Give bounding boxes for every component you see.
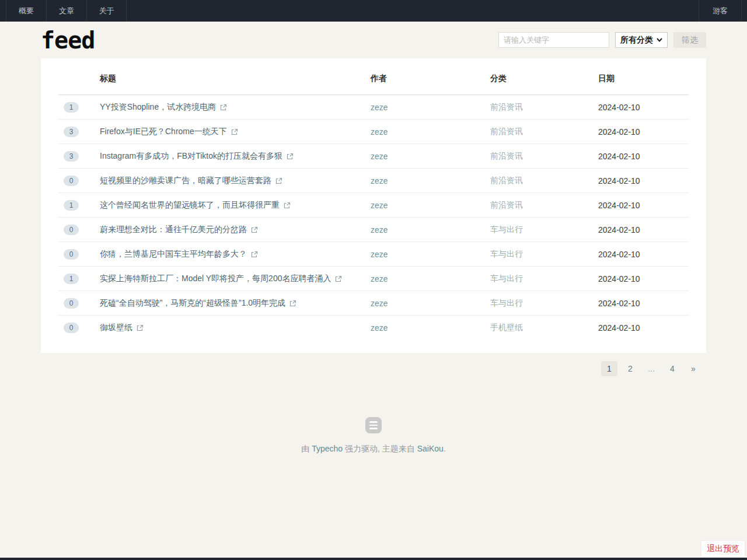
post-category-link[interactable]: 前沿资讯: [490, 127, 598, 137]
post-title-text: YY投资Shopline，试水跨境电商: [100, 102, 216, 113]
post-category-link[interactable]: 车与出行: [490, 249, 598, 260]
comment-count-cell: 0: [58, 323, 100, 333]
comment-count-badge: 1: [64, 102, 79, 113]
comment-count-badge: 1: [64, 200, 79, 211]
comment-count-badge: 0: [64, 249, 79, 260]
post-author: zeze: [371, 201, 490, 210]
nav-item-about[interactable]: 关于: [86, 0, 127, 22]
title-cell: 你猜，兰博基尼中国车主平均年龄多大？: [100, 249, 371, 260]
pagination: 1 2 ... 4 »: [41, 361, 701, 376]
nav-spacer: [127, 0, 699, 22]
pagination-item[interactable]: 4: [664, 361, 680, 376]
external-link-icon: [251, 226, 258, 233]
table-row: 1 这个曾经闻名世界的望远镜坏了，而且坏得很严重 zeze 前沿资讯 2024-…: [58, 193, 689, 218]
external-link-icon: [275, 177, 282, 184]
post-title-link[interactable]: 实探上海特斯拉工厂：Model Y即将投产，每周200名应聘者涌入: [100, 274, 342, 284]
exit-preview-button[interactable]: 退出预览: [701, 540, 745, 558]
typecho-link[interactable]: Typecho: [312, 444, 343, 453]
post-title-text: 实探上海特斯拉工厂：Model Y即将投产，每周200名应聘者涌入: [100, 274, 331, 284]
category-select[interactable]: 所有分类: [615, 32, 668, 48]
nav-item-articles[interactable]: 文章: [46, 0, 86, 22]
post-date: 2024-02-10: [598, 274, 689, 284]
filter-button[interactable]: 筛选: [673, 32, 706, 48]
table-row: 0 蔚来理想全对比：通往千亿美元的分岔路 zeze 车与出行 2024-02-1…: [58, 218, 689, 242]
post-category-link[interactable]: 手机壁纸: [490, 323, 598, 333]
post-author: zeze: [371, 323, 490, 332]
post-title-link[interactable]: 御坂壁纸: [100, 323, 144, 333]
post-title-text: Firefox与IE已死？Chrome一统天下: [100, 127, 227, 137]
saikou-link[interactable]: SaiKou: [417, 444, 444, 453]
pagination-item[interactable]: »: [685, 361, 701, 376]
post-author: zeze: [371, 176, 490, 186]
search-input[interactable]: [498, 32, 609, 48]
post-category-link[interactable]: 车与出行: [490, 298, 598, 309]
footer-credits: 由 Typecho 强力驱动, 主题来自 SaiKou.: [301, 444, 445, 454]
table-row: 3 Instagram有多成功，FB对Tiktok的打压就会有多狠 zeze 前…: [58, 144, 689, 169]
typecho-logo-icon: [365, 417, 382, 433]
post-title-link[interactable]: Firefox与IE已死？Chrome一统天下: [100, 127, 238, 137]
category-select-value: 所有分类: [620, 35, 653, 46]
post-author: zeze: [371, 274, 490, 284]
title-cell: 御坂壁纸: [100, 323, 371, 333]
footer-period: .: [444, 444, 446, 453]
bottom-dark-strip: [0, 558, 747, 560]
external-link-icon: [284, 202, 291, 209]
column-header-author: 作者: [371, 74, 490, 84]
post-title-link[interactable]: 你猜，兰博基尼中国车主平均年龄多大？: [100, 249, 258, 260]
post-category-link[interactable]: 车与出行: [490, 274, 598, 284]
powered-prefix: 由: [301, 444, 312, 453]
table-body: 1 YY投资Shopline，试水跨境电商 zeze 前沿资讯 2024-02-…: [58, 95, 689, 340]
external-link-icon: [287, 153, 294, 160]
post-title-text: 短视频里的沙雕卖课广告，暗藏了哪些运营套路: [100, 176, 271, 186]
post-author: zeze: [371, 299, 490, 308]
post-title-link[interactable]: 蔚来理想全对比：通往千亿美元的分岔路: [100, 225, 258, 235]
post-category-link[interactable]: 前沿资讯: [490, 176, 598, 186]
comment-count-cell: 1: [58, 274, 100, 284]
comment-count-badge: 0: [64, 298, 79, 309]
table-row: 0 短视频里的沙雕卖课广告，暗藏了哪些运营套路 zeze 前沿资讯 2024-0…: [58, 169, 689, 193]
column-header-title: 标题: [100, 74, 371, 84]
external-link-icon: [289, 300, 296, 307]
post-date: 2024-02-10: [598, 299, 689, 308]
post-category-link[interactable]: 前沿资讯: [490, 151, 598, 162]
comment-count-cell: 1: [58, 200, 100, 211]
post-title-link[interactable]: 这个曾经闻名世界的望远镜坏了，而且坏得很严重: [100, 200, 291, 211]
post-title-text: 你猜，兰博基尼中国车主平均年龄多大？: [100, 249, 247, 260]
nav-user-guest[interactable]: 游客: [699, 0, 742, 22]
nav-item-overview[interactable]: 概要: [6, 0, 46, 22]
external-link-icon: [137, 324, 144, 331]
comment-count-badge: 1: [64, 274, 79, 284]
pagination-item[interactable]: 2: [622, 361, 638, 376]
comment-count-badge: 0: [64, 176, 79, 186]
post-date: 2024-02-10: [598, 250, 689, 259]
pagination-item[interactable]: 1: [601, 361, 617, 376]
post-title-link[interactable]: Instagram有多成功，FB对Tiktok的打压就会有多狠: [100, 151, 294, 162]
comment-count-cell: 1: [58, 102, 100, 113]
external-link-icon: [335, 275, 342, 282]
post-date: 2024-02-10: [598, 103, 689, 112]
comment-count-badge: 3: [64, 127, 79, 137]
post-category-link[interactable]: 前沿资讯: [490, 102, 598, 113]
post-title-link[interactable]: 死磕“全自动驾驶”，马斯克的“超级怪兽”1.0明年完成: [100, 298, 296, 309]
chevron-down-icon: [657, 38, 662, 42]
comment-count-cell: 0: [58, 298, 100, 309]
table-row: 1 YY投资Shopline，试水跨境电商 zeze 前沿资讯 2024-02-…: [58, 95, 689, 120]
column-header-category: 分类: [490, 74, 598, 84]
post-category-link[interactable]: 车与出行: [490, 225, 598, 235]
title-cell: 短视频里的沙雕卖课广告，暗藏了哪些运营套路: [100, 176, 371, 186]
external-link-icon: [251, 251, 258, 258]
post-category-link[interactable]: 前沿资讯: [490, 200, 598, 211]
table-row: 3 Firefox与IE已死？Chrome一统天下 zeze 前沿资讯 2024…: [58, 120, 689, 144]
post-date: 2024-02-10: [598, 201, 689, 210]
post-author: zeze: [371, 127, 490, 136]
title-cell: Instagram有多成功，FB对Tiktok的打压就会有多狠: [100, 151, 371, 162]
comment-count-badge: 0: [64, 225, 79, 235]
post-date: 2024-02-10: [598, 323, 689, 332]
post-title-text: 御坂壁纸: [100, 323, 132, 333]
post-title-link[interactable]: 短视频里的沙雕卖课广告，暗藏了哪些运营套路: [100, 176, 282, 186]
post-title-link[interactable]: YY投资Shopline，试水跨境电商: [100, 102, 227, 113]
post-author: zeze: [371, 152, 490, 161]
site-logo[interactable]: feed: [41, 29, 95, 52]
post-date: 2024-02-10: [598, 127, 689, 136]
post-title-text: 这个曾经闻名世界的望远镜坏了，而且坏得很严重: [100, 200, 280, 211]
